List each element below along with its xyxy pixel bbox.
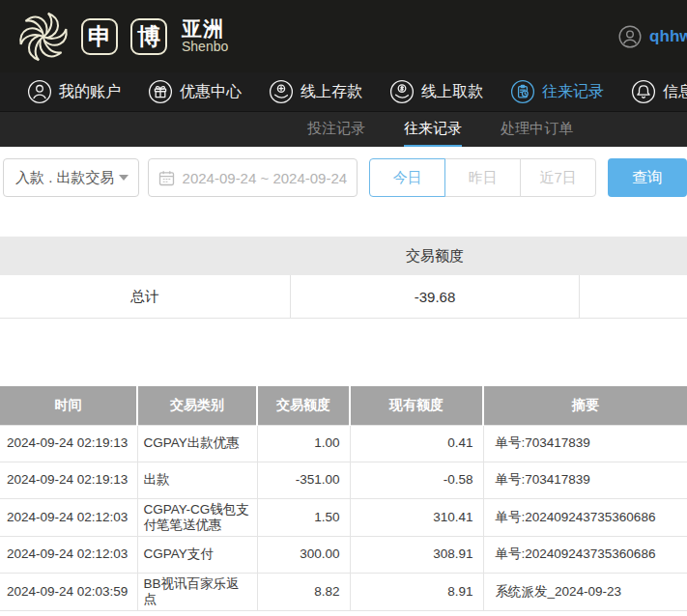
table-cell: 2024-09-24 02:19:13: [0, 462, 137, 498]
filter-bar: 入款 . 出款交易 2024-09-24 ~ 2024-09-24 今日昨日近7…: [0, 147, 687, 218]
summary-total-value: -39.68: [290, 275, 580, 318]
table-cell: 2024-09-24 02:19:13: [0, 425, 137, 462]
table-cell: 1.50: [257, 498, 350, 536]
user-icon: [27, 79, 52, 104]
table-cell: 2024-09-24 02:03:59: [0, 573, 137, 610]
records-table: 时间交易类别交易额度现有额度摘要 2024-09-24 02:19:13CGPA…: [0, 386, 687, 611]
flower-logo-icon: [14, 7, 73, 67]
subnav-tab-0[interactable]: 投注记录: [307, 112, 365, 147]
subnav-tab-2[interactable]: 处理中订单: [501, 112, 573, 147]
table-cell: 单号:202409243735360686: [483, 498, 687, 536]
quick-range-button-2[interactable]: 近7日: [520, 158, 596, 197]
table-cell: 8.82: [257, 573, 350, 610]
table-cell: BB视讯百家乐返点: [137, 573, 257, 610]
table-cell: 单号:703417839: [483, 425, 687, 462]
table-cell: 系统派发_2024-09-23: [483, 573, 687, 610]
table-cell: 0.41: [350, 425, 483, 462]
date-range-input[interactable]: 2024-09-24 ~ 2024-09-24: [148, 158, 358, 197]
app-root: 申 博 亚洲 Shenbo qhhwz 我的账户优惠中心线上存款线上取款往来记录…: [0, 0, 687, 616]
table-cell: 单号:703417839: [483, 462, 687, 498]
nav-item-records[interactable]: 往来记录: [510, 79, 604, 104]
search-button[interactable]: 查询: [608, 158, 687, 197]
nav-item-gift[interactable]: 优惠中心: [148, 79, 242, 104]
summary-table: 交易额度 总计 -39.68: [0, 237, 687, 319]
quick-range-group: 今日昨日近7日: [369, 158, 596, 197]
table-cell: -351.00: [257, 462, 350, 498]
table-cell: 8.91: [350, 573, 483, 610]
column-header: 交易类别: [137, 386, 257, 425]
nav-item-label: 优惠中心: [180, 82, 242, 102]
withdraw-icon: [389, 79, 415, 104]
logo-wordmark: 亚洲 Shenbo: [182, 18, 228, 54]
column-header: 摘要: [483, 386, 687, 425]
summary-header-row: 交易额度: [0, 237, 687, 275]
nav-item-label: 信息: [663, 82, 687, 102]
transaction-type-value: 入款 . 出款交易: [15, 169, 115, 187]
username: qhhwz: [649, 27, 687, 46]
transaction-type-select[interactable]: 入款 . 出款交易: [3, 158, 139, 197]
column-header: 现有额度: [350, 386, 483, 425]
table-cell: 单号:202409243735360686: [483, 536, 687, 573]
nav-item-label: 线上存款: [301, 82, 362, 102]
summary-total-row: 总计 -39.68: [0, 275, 687, 319]
chevron-down-icon: [119, 175, 129, 181]
summary-total-label: 总计: [0, 275, 290, 318]
table-cell: 出款: [137, 462, 257, 498]
nav-item-bell[interactable]: 信息: [631, 79, 687, 104]
avatar-icon: [618, 25, 642, 48]
logo-subtitle: Shenbo: [182, 40, 228, 54]
table-row: 2024-09-24 02:12:03CGPAY支付300.00308.91单号…: [0, 536, 687, 573]
user-account[interactable]: qhhwz: [618, 25, 687, 48]
summary-header-label: 交易额度: [290, 247, 580, 266]
table-cell: 300.00: [257, 536, 350, 573]
logo-region: 亚洲: [182, 18, 228, 40]
table-cell: 310.41: [350, 498, 483, 536]
subnav-tab-1[interactable]: 往来记录: [404, 112, 462, 147]
table-cell: CGPAY支付: [137, 536, 257, 573]
calendar-icon: [158, 170, 175, 186]
nav-item-withdraw[interactable]: 线上取款: [389, 79, 483, 104]
nav-item-deposit[interactable]: 线上存款: [269, 79, 362, 104]
deposit-icon: [269, 79, 294, 104]
logo-char-box: 申: [81, 18, 118, 55]
nav-item-user[interactable]: 我的账户: [27, 79, 121, 104]
table-row: 2024-09-24 02:12:03CGPAY-CG钱包支付笔笔送优惠1.50…: [0, 498, 687, 536]
top-header: 申 博 亚洲 Shenbo qhhwz: [0, 0, 687, 72]
gift-icon: [148, 79, 173, 104]
table-cell: CGPAY出款优惠: [137, 425, 257, 462]
column-header: 时间: [0, 386, 137, 425]
site-logo[interactable]: 申 博 亚洲 Shenbo: [14, 7, 228, 67]
records-icon: [510, 79, 535, 104]
sub-nav: 投注记录往来记录处理中订单: [0, 111, 687, 147]
date-range-value: 2024-09-24 ~ 2024-09-24: [183, 170, 348, 186]
table-cell: -0.58: [350, 462, 483, 498]
quick-range-button-1[interactable]: 昨日: [444, 158, 521, 197]
column-header: 交易额度: [257, 386, 350, 425]
nav-item-label: 我的账户: [59, 82, 121, 102]
table-row: 2024-09-24 02:19:13CGPAY出款优惠1.000.41单号:7…: [0, 425, 687, 462]
nav-item-label: 线上取款: [421, 82, 483, 102]
table-cell: 1.00: [257, 425, 350, 462]
quick-range-button-0[interactable]: 今日: [369, 158, 445, 197]
main-nav: 我的账户优惠中心线上存款线上取款往来记录信息: [0, 72, 687, 111]
nav-item-label: 往来记录: [542, 82, 604, 102]
logo-char-box: 博: [130, 18, 167, 55]
table-row: 2024-09-24 02:03:59BB视讯百家乐返点8.828.91系统派发…: [0, 573, 687, 610]
table-cell: 2024-09-24 02:12:03: [0, 536, 137, 573]
table-cell: 2024-09-24 02:12:03: [0, 498, 137, 536]
bell-icon: [631, 79, 656, 104]
table-cell: 308.91: [350, 536, 483, 573]
table-cell: CGPAY-CG钱包支付笔笔送优惠: [137, 498, 257, 536]
table-row: 2024-09-24 02:19:13出款-351.00-0.58单号:7034…: [0, 462, 687, 498]
